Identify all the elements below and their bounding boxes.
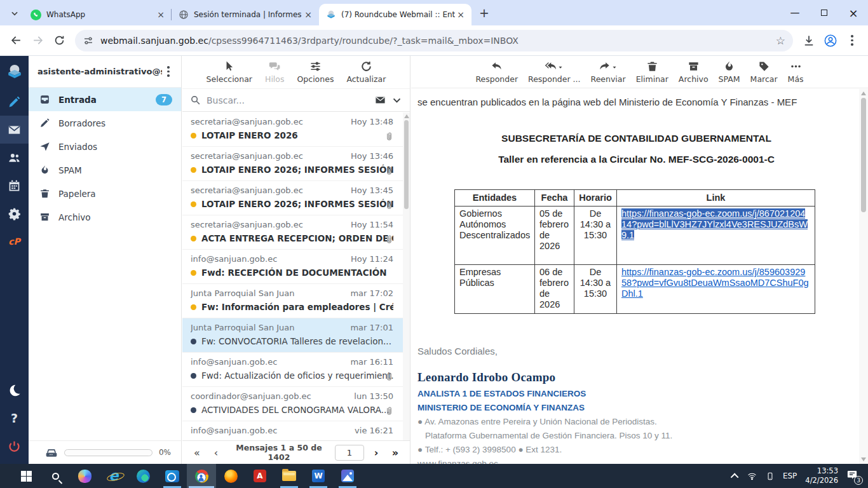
prev-page-button[interactable]: ‹ <box>209 447 223 459</box>
message-status-dot[interactable] <box>191 236 196 241</box>
downloads-button[interactable] <box>798 30 820 51</box>
phone-link-icon[interactable] <box>766 471 775 482</box>
rail-mail-button[interactable] <box>0 116 29 144</box>
message-list-item[interactable]: secretaria@sanjuan.gob.ecHoy 13:45LOTAIP… <box>182 181 410 215</box>
next-page-button[interactable]: › <box>369 447 383 459</box>
message-list-item[interactable]: info@sanjuan.gob.ecmar 16:11Fwd: Actuali… <box>182 353 410 387</box>
taskbar-word-button[interactable]: W <box>304 464 333 488</box>
sidebar-item-spam[interactable]: SPAM <box>29 158 181 182</box>
browser-tab[interactable]: (7) Roundcube Webmail :: Entra× <box>319 4 471 25</box>
taskbar-outlook-button[interactable] <box>158 464 187 488</box>
taskbar-copilot-button[interactable] <box>70 464 99 488</box>
marcar-button[interactable]: Marcar <box>750 60 778 84</box>
sidebar-item-entrada[interactable]: Entrada7 <box>29 88 181 111</box>
taskbar-search-button[interactable] <box>41 464 70 488</box>
window-minimize-button[interactable]: — <box>780 0 810 25</box>
dropdown-caret-icon[interactable] <box>611 63 618 72</box>
rail-settings-button[interactable] <box>0 200 29 227</box>
browser-menu-button[interactable] <box>841 35 863 46</box>
message-list-item[interactable]: coordinador@sanjuan.gob.eclun 13:50ACTIV… <box>182 387 410 421</box>
message-status-dot[interactable] <box>191 373 196 379</box>
reader-scrollbar-thumb[interactable] <box>861 98 866 212</box>
dropdown-caret-icon[interactable] <box>557 63 564 72</box>
actualizar-button[interactable]: Actualizar <box>346 60 386 84</box>
clock[interactable]: 13:53 4/2/2026 <box>805 466 838 485</box>
sidebar-item-enviados[interactable]: Enviados <box>29 135 181 158</box>
eliminar-button[interactable]: Eliminar <box>636 60 668 84</box>
taskbar-acrobat-button[interactable]: A <box>245 464 275 488</box>
taskbar-start-button[interactable] <box>11 464 41 488</box>
profile-avatar[interactable] <box>820 30 841 51</box>
sidebar-item-papelera[interactable]: Papelera <box>29 182 181 205</box>
rail-contacts-button[interactable] <box>0 144 29 172</box>
browser-tab[interactable]: Sesión terminada | Informes Me× <box>172 4 319 25</box>
list-scrollbar[interactable] <box>403 112 410 440</box>
logout-button[interactable] <box>0 432 29 460</box>
folder-menu-button[interactable] <box>162 66 175 77</box>
opciones-button[interactable]: Opciones <box>297 60 334 84</box>
search-input[interactable] <box>207 95 369 105</box>
message-list-item[interactable]: Junta Parroquial San Juanmar 17:01Fw: CO… <box>182 318 410 353</box>
tab-close-button[interactable]: × <box>455 9 466 20</box>
message-status-dot[interactable] <box>191 407 196 413</box>
tray-expand-icon[interactable] <box>731 473 739 481</box>
spam-button[interactable]: SPAM <box>719 60 740 84</box>
taskbar-ie-button[interactable]: e <box>99 464 128 488</box>
message-status-dot[interactable] <box>191 304 196 310</box>
taskbar-photos-button[interactable] <box>333 464 362 488</box>
notification-center-button[interactable]: 3 <box>846 469 860 483</box>
zoom-meeting-link[interactable]: https://finanzas-gob-ec.zoom.us/j/859603… <box>621 267 809 299</box>
zoom-meeting-link[interactable]: https://finanzas-gob-ec.zoom.us/j/867021… <box>621 208 808 240</box>
message-status-dot[interactable] <box>191 133 196 139</box>
sidebar-item-borradores[interactable]: Borradores <box>29 111 181 135</box>
message-status-dot[interactable] <box>191 339 196 344</box>
message-list-item[interactable]: Junta Parroquial San Juanmar 17:02Fw: In… <box>182 284 410 318</box>
tab-close-button[interactable]: × <box>155 9 166 20</box>
tab-search-button[interactable] <box>5 4 24 23</box>
taskbar-firefox-button[interactable] <box>216 464 245 488</box>
wifi-icon[interactable] <box>747 471 757 481</box>
sidebar-item-archivo[interactable]: Archivo <box>29 205 181 229</box>
forward-button[interactable] <box>27 30 48 51</box>
list-scrollbar-thumb[interactable] <box>404 120 409 209</box>
message-status-dot[interactable] <box>191 201 196 207</box>
reenviar-button[interactable]: Reenviar <box>591 60 626 84</box>
new-tab-button[interactable]: + <box>475 4 493 22</box>
taskbar-explorer-button[interactable] <box>275 464 304 488</box>
dark-mode-button[interactable] <box>0 376 29 404</box>
back-button[interactable] <box>5 30 27 51</box>
message-list-item[interactable]: info@sanjuan.gob.ecvie 16:21 <box>182 421 410 440</box>
compose-button[interactable] <box>0 88 29 116</box>
search-scope-mail-icon[interactable] <box>375 95 386 105</box>
last-page-button[interactable]: » <box>388 447 402 459</box>
message-list-item[interactable]: secretaria@sanjuan.gob.ecHoy 11:54ACTA E… <box>182 215 410 250</box>
rail-calendar-button[interactable] <box>0 172 29 200</box>
site-settings-icon[interactable] <box>83 35 94 46</box>
message-status-dot[interactable] <box>191 270 196 276</box>
reader-scrollbar[interactable] <box>859 89 868 464</box>
browser-tab[interactable]: WhatsApp× <box>24 4 172 25</box>
first-page-button[interactable]: « <box>190 447 204 459</box>
seleccionar-button[interactable]: Seleccionar <box>207 60 252 84</box>
responder-button[interactable]: Responder <box>475 60 518 84</box>
taskbar-chrome-button[interactable] <box>187 464 216 488</box>
responder-button[interactable]: Responder ... <box>528 60 581 84</box>
message-list-item[interactable]: secretaria@sanjuan.gob.ecHoy 13:46LOTAIP… <box>182 147 410 181</box>
help-button[interactable]: ? <box>0 404 29 432</box>
tab-close-button[interactable]: × <box>302 9 314 20</box>
message-list-item[interactable]: secretaria@sanjuan.gob.ecHoy 13:48LOTAIP… <box>182 112 410 147</box>
más-button[interactable]: Más <box>788 60 804 84</box>
page-number-input[interactable] <box>335 445 364 461</box>
search-options-chevron-icon[interactable] <box>391 95 402 105</box>
message-list-item[interactable]: info@sanjuan.gob.ecHoy 11:24Fwd: RECEPCI… <box>182 250 410 284</box>
window-restore-button[interactable] <box>810 0 839 25</box>
bookmark-star-icon[interactable]: ☆ <box>776 34 785 47</box>
window-close-button[interactable]: × <box>839 0 868 25</box>
taskbar-edge-button[interactable] <box>128 464 158 488</box>
language-indicator[interactable]: ESP <box>783 471 797 480</box>
cpanel-button[interactable]: cP <box>0 227 29 255</box>
reload-button[interactable] <box>48 30 70 51</box>
message-status-dot[interactable] <box>191 167 196 173</box>
archivo-button[interactable]: Archivo <box>679 60 709 84</box>
address-bar[interactable]: webmail.sanjuan.gob.ec/cpsess9964711463/… <box>75 30 793 51</box>
